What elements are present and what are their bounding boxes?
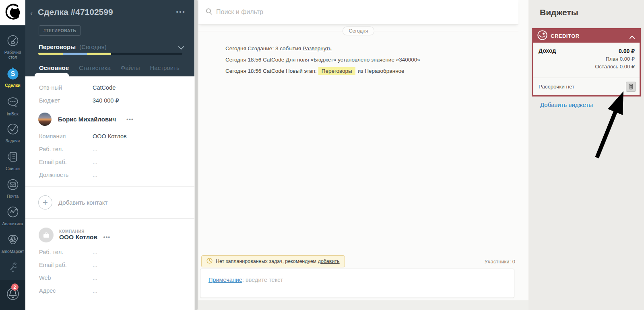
note-placeholder: : введите текст (242, 277, 283, 283)
task-hint-row: Нет запланированных задач, рекомендуем д… (201, 255, 515, 267)
deal-menu-dots-icon[interactable]: ••• (176, 8, 186, 16)
sidebar-item-notifications[interactable]: 2 (0, 286, 25, 304)
no-tasks-hint: Нет запланированных задач, рекомендуем д… (201, 255, 345, 267)
notifications-badge: 2 (11, 283, 19, 291)
event-text: из Неразобранное (358, 68, 405, 74)
notifications-strip: 2 (0, 280, 25, 310)
income-remaining: Осталось 0.00 ₽ (595, 63, 635, 70)
pipeline-progress-bar[interactable] (38, 53, 182, 55)
tab-files[interactable]: Файлы (121, 64, 140, 71)
company-field-phone[interactable]: Раб. тел. ... (25, 246, 194, 259)
contact-menu-dots-icon[interactable]: ••• (126, 116, 134, 123)
contact-field-position[interactable]: Должность ... (25, 168, 194, 181)
field-responsible[interactable]: Отв-ный CatCode (25, 81, 194, 94)
svg-text:S: S (10, 70, 15, 77)
feed-bottom-strip (198, 300, 528, 310)
sidebar-item-mail[interactable]: Почта (0, 178, 25, 199)
field-value: ... (93, 159, 97, 165)
company-field-web[interactable]: Web ... (25, 271, 194, 284)
sidebar-item-lists[interactable]: Списки (0, 150, 25, 171)
panel-scrollbar-track (194, 0, 198, 310)
field-value: 340 000 ₽ (93, 97, 119, 104)
field-label: Web (39, 275, 93, 281)
feed-event: Сегодня 18:56 CatCode Для поля «Бюджет» … (225, 56, 420, 64)
chevron-up-icon[interactable] (630, 33, 635, 41)
income-label: Доход (539, 47, 556, 70)
event-text: Сегодня 18:56 CatCode Для поля «Бюджет» … (225, 57, 420, 63)
panel-scrollbar-thumb[interactable] (195, 0, 198, 310)
deal-header: ‹ Сделка #47102599 ••• #ТЕГИРОВАТЬ Перег… (25, 0, 194, 76)
company-kind-label: КОМПАНИЯ (59, 229, 110, 234)
tasks-icon (0, 123, 25, 137)
chevron-down-icon[interactable] (178, 44, 184, 51)
add-contact-button[interactable]: + Добавить контакт (25, 191, 194, 214)
sidebar-item-label: Почта (0, 194, 25, 199)
field-value: ... (93, 172, 97, 178)
field-value: ... (93, 146, 97, 152)
tab-setup[interactable]: Настроить (150, 64, 179, 71)
sidebar-item-market[interactable]: amoМаркет (0, 233, 25, 254)
search-input[interactable] (216, 8, 458, 16)
back-icon[interactable]: ‹ (30, 9, 33, 18)
field-label: Email раб. (39, 262, 93, 268)
tag-button[interactable]: #ТЕГИРОВАТЬ (39, 25, 81, 36)
tab-main[interactable]: Основное (39, 64, 69, 71)
company-link[interactable]: ООО Котлов (93, 133, 127, 140)
field-label: Раб. тел. (39, 146, 93, 152)
calculator-icon[interactable] (626, 82, 636, 92)
event-expand-link[interactable]: Развернуть (303, 45, 332, 51)
company-card-header[interactable]: КОМПАНИЯ ООО Котлов ••• (25, 224, 194, 246)
nav-sidebar: Рабочий стол S Сделки imBox Задачи Списк… (0, 0, 25, 310)
wrench-icon (0, 261, 25, 275)
add-contact-label: Добавить контакт (58, 199, 107, 206)
contact-field-email[interactable]: Email раб. ... (25, 156, 194, 168)
creditor-widget-header[interactable]: CREDITOR (533, 29, 640, 43)
company-name: ООО Котлов (59, 234, 97, 240)
sidebar-item-dashboard[interactable]: Рабочий стол (0, 34, 25, 60)
amocrm-app: Рабочий стол S Сделки imBox Задачи Списк… (0, 0, 644, 310)
income-plan: План 0.00 ₽ (595, 55, 635, 63)
dashboard-icon (0, 34, 25, 49)
company-field-email[interactable]: Email раб. ... (25, 259, 194, 271)
deals-icon: S (0, 66, 25, 82)
plus-icon: + (38, 195, 52, 209)
contact-field-company[interactable]: Компания ООО Котлов (25, 130, 194, 143)
add-task-link[interactable]: добавить (318, 259, 340, 264)
event-text: Сегодня 18:56 CatCode Новый этап: (225, 68, 317, 74)
company-menu-dots-icon[interactable]: ••• (103, 234, 111, 240)
note-type-selector[interactable]: Примечание (208, 277, 242, 283)
field-budget[interactable]: Бюджет 340 000 ₽ (25, 94, 194, 107)
market-icon (0, 233, 25, 248)
divider (25, 218, 194, 219)
sidebar-item-imbox[interactable]: imBox (0, 96, 25, 116)
clock-icon (206, 258, 213, 265)
sidebar-item-settings[interactable] (0, 261, 25, 275)
sidebar-item-tasks[interactable]: Задачи (0, 123, 25, 143)
sidebar-item-deals[interactable]: S Сделки (0, 66, 25, 88)
task-hint-text: Нет запланированных задач, рекомендуем (216, 259, 316, 264)
event-text: Сегодня Создание: 3 события (225, 45, 301, 51)
widgets-panel: Виджеты CREDITOR Доход 0.00 ₽ План 0.00 … (528, 0, 644, 310)
app-logo[interactable] (0, 0, 25, 25)
income-row: Доход 0.00 ₽ План 0.00 ₽ Осталось 0.00 ₽ (533, 43, 640, 74)
search-bar (198, 0, 518, 25)
deal-body: Отв-ный CatCode Бюджет 340 000 ₽ Борис М… (25, 76, 194, 297)
creditor-logo-icon (537, 30, 548, 42)
contact-field-phone[interactable]: Раб. тел. ... (25, 143, 194, 156)
note-input[interactable]: Примечание: введите текст (200, 269, 514, 298)
active-tab-indicator (35, 73, 69, 76)
tab-statistics[interactable]: Статистика (79, 64, 111, 71)
sidebar-item-analytics[interactable]: Аналитика (0, 205, 25, 226)
field-value: ... (93, 275, 97, 281)
creditor-widget: CREDITOR Доход 0.00 ₽ План 0.00 ₽ Остало… (532, 28, 641, 96)
income-value: 0.00 ₽ (595, 47, 635, 55)
contact-card-header[interactable]: Борис Михайлович ••• (25, 107, 194, 130)
widget-name: CREDITOR (551, 33, 580, 39)
sidebar-item-label: Сделки (0, 83, 25, 88)
company-field-address[interactable]: Адрес ... (25, 284, 194, 297)
add-widgets-link[interactable]: Добавить виджеты (540, 101, 593, 108)
widgets-title: Виджеты (540, 8, 578, 17)
installments-row: Рассрочки нет (533, 78, 640, 95)
stage-selector[interactable]: Переговоры (Сегодня) (39, 43, 107, 50)
stage-highlight[interactable]: Переговоры (318, 67, 355, 75)
